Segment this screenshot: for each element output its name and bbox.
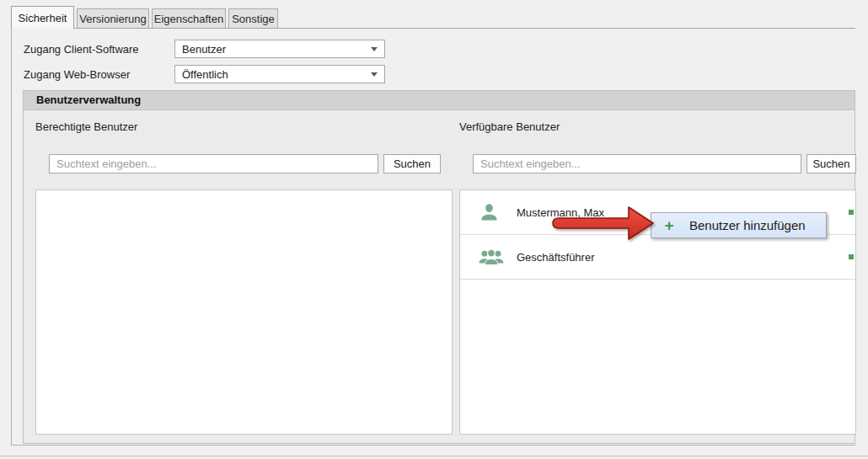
- client-software-value: Benutzer: [182, 43, 366, 56]
- authorized-search-input[interactable]: [49, 154, 378, 173]
- tab-label: Versionierung: [79, 13, 147, 25]
- tab-label: Eigenschaften: [154, 13, 223, 25]
- list-item-group[interactable]: Geschäftsführer: [460, 235, 855, 280]
- search-button-label: Suchen: [394, 157, 431, 170]
- web-browser-label: Zugang Web-Browser: [24, 68, 130, 82]
- search-button-label: Suchen: [812, 157, 849, 170]
- tab-sicherheit[interactable]: Sicherheit: [11, 6, 74, 29]
- user-icon: [479, 201, 500, 223]
- page-left-border: [11, 28, 12, 445]
- group-name: Geschäftsführer: [517, 251, 595, 264]
- tab-label: Sicherheit: [19, 12, 67, 24]
- plus-icon: +: [662, 217, 676, 233]
- authorized-users-label: Berechtigte Benutzer: [35, 120, 137, 134]
- authorized-users-list[interactable]: [35, 189, 453, 435]
- tab-versionierung[interactable]: Versionierung: [77, 8, 149, 28]
- user-management-panel: Benutzerverwaltung Berechtigte Benutzer …: [23, 90, 855, 444]
- panel-title: Benutzerverwaltung: [24, 91, 855, 110]
- available-users-label: Verfügbare Benutzer: [459, 120, 560, 134]
- menu-item-add-user[interactable]: + Benutzer hinzufügen: [651, 212, 827, 238]
- available-search-input[interactable]: [473, 154, 801, 173]
- add-group-button[interactable]: [849, 254, 854, 259]
- client-software-label: Zugang Client-Software: [24, 43, 139, 56]
- menu-item-label: Benutzer hinzufügen: [689, 218, 806, 232]
- chevron-down-icon: [371, 72, 378, 77]
- user-group-icon: [479, 247, 504, 267]
- tabstrip-underline: [11, 28, 855, 29]
- tab-label: Sonstige: [232, 13, 275, 25]
- user-name: Mustermann, Max: [517, 206, 604, 219]
- authorized-search-button[interactable]: Suchen: [383, 154, 441, 173]
- window-bottom-edge: [0, 456, 868, 456]
- tab-sonstige[interactable]: Sonstige: [228, 8, 278, 28]
- page-bottom-border: [11, 445, 855, 446]
- add-user-button[interactable]: [849, 210, 854, 215]
- client-software-dropdown[interactable]: Benutzer: [174, 40, 385, 58]
- tab-eigenschaften[interactable]: Eigenschaften: [152, 8, 226, 28]
- available-search-button[interactable]: Suchen: [806, 154, 856, 173]
- chevron-down-icon: [371, 47, 378, 51]
- web-browser-dropdown[interactable]: Öffentlich: [174, 65, 385, 83]
- web-browser-value: Öffentlich: [182, 68, 366, 81]
